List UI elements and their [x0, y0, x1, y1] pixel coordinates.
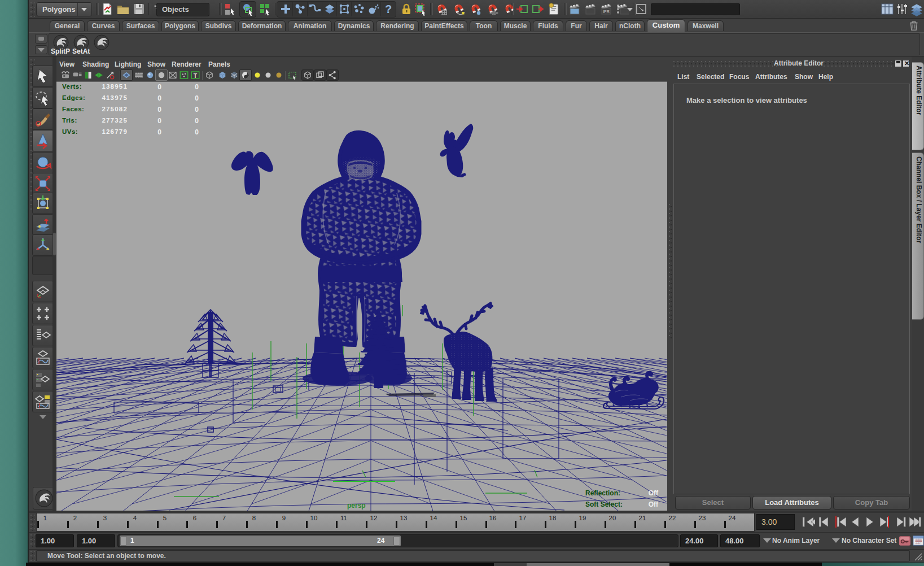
svg-text:?: ?: [385, 3, 392, 15]
svg-text:T: T: [194, 72, 198, 79]
svg-text:IPR: IPR: [603, 10, 610, 14]
